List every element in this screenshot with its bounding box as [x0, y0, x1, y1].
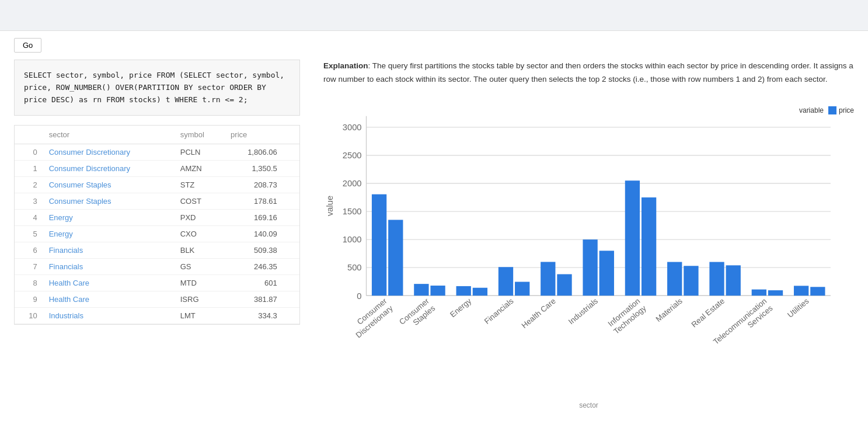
svg-rect-27	[515, 281, 529, 296]
legend-color-swatch	[828, 106, 836, 114]
svg-rect-42	[726, 265, 741, 296]
cell-index: 5	[15, 226, 43, 242]
svg-text:1000: 1000	[343, 235, 362, 244]
table-row: 2 Consumer Staples STZ 208.73	[15, 177, 299, 193]
svg-text:Materials: Materials	[654, 296, 684, 324]
cell-sector: Industrials	[43, 308, 175, 324]
cell-sector: Health Care	[43, 291, 175, 308]
svg-text:Energy: Energy	[448, 296, 473, 319]
cell-index: 2	[15, 177, 43, 193]
table-row: 9 Health Care ISRG 381.87	[15, 291, 299, 308]
svg-rect-29	[541, 262, 555, 296]
cell-sector: Energy	[43, 210, 175, 226]
col-symbol: symbol	[175, 126, 225, 144]
svg-rect-26	[499, 267, 513, 296]
table-row: 8 Health Care MTD 601	[15, 275, 299, 291]
cell-index: 0	[15, 144, 43, 161]
cell-extra	[283, 161, 299, 177]
cell-index: 3	[15, 193, 43, 210]
cell-sector: Energy	[43, 226, 175, 242]
svg-text:1500: 1500	[343, 207, 362, 216]
cell-price: 509.38	[225, 242, 283, 259]
cell-index: 4	[15, 210, 43, 226]
cell-sector: Health Care	[43, 275, 175, 291]
table-row: 7 Financials GS 246.35	[15, 259, 299, 275]
explanation-text: Explanation: The query first partitions …	[323, 60, 854, 86]
svg-text:InformationTechnology: InformationTechnology	[606, 296, 648, 335]
svg-text:3000: 3000	[343, 123, 362, 132]
cell-index: 9	[15, 291, 43, 308]
chart-legend: variable price	[799, 106, 854, 114]
cell-index: 8	[15, 275, 43, 291]
table-row: 0 Consumer Discretionary PCLN 1,806.06	[15, 144, 299, 161]
cell-extra	[283, 226, 299, 242]
svg-rect-24	[473, 288, 487, 296]
table-row: 1 Consumer Discretionary AMZN 1,350.5	[15, 161, 299, 177]
cell-sector: Consumer Staples	[43, 193, 175, 210]
svg-rect-35	[625, 180, 640, 296]
table-row: 10 Industrials LMT 334.3	[15, 308, 299, 324]
svg-rect-30	[557, 274, 571, 296]
cell-extra	[283, 275, 299, 291]
svg-rect-21	[430, 286, 445, 296]
cell-symbol: CXO	[175, 226, 225, 242]
cell-index: 1	[15, 161, 43, 177]
cell-price: 169.16	[225, 210, 283, 226]
query-input[interactable]: get the best 2 stocks in each sector	[14, 11, 854, 20]
sql-text: SELECT sector, symbol, price FROM (SELEC…	[24, 71, 284, 104]
svg-text:ConsumerDiscretionary: ConsumerDiscretionary	[348, 296, 395, 339]
table-row: 4 Energy PXD 169.16	[15, 210, 299, 226]
legend-variable-label: variable	[799, 106, 824, 114]
svg-rect-39	[684, 266, 698, 296]
svg-text:ConsumerStaples: ConsumerStaples	[398, 296, 437, 333]
cell-price: 140.09	[225, 226, 283, 242]
right-panel: Explanation: The query first partitions …	[323, 60, 854, 409]
col-price: price	[225, 126, 283, 144]
svg-rect-20	[414, 284, 428, 296]
svg-rect-38	[667, 262, 682, 296]
svg-text:Financials: Financials	[483, 296, 515, 325]
chart-x-axis-label: sector	[323, 401, 854, 409]
cell-price: 381.87	[225, 291, 283, 308]
legend-price-label: price	[839, 106, 854, 114]
cell-sector: Financials	[43, 259, 175, 275]
cell-price: 334.3	[225, 308, 283, 324]
cell-extra	[283, 177, 299, 193]
results-table-container[interactable]: sector symbol price 0 Consumer Discretio…	[14, 125, 300, 325]
cell-extra	[283, 210, 299, 226]
go-button[interactable]: Go	[14, 38, 41, 53]
cell-extra	[283, 259, 299, 275]
cell-extra	[283, 291, 299, 308]
svg-rect-17	[372, 194, 386, 296]
cell-price: 178.61	[225, 193, 283, 210]
svg-text:Utilities: Utilities	[786, 296, 811, 319]
cell-symbol: ISRG	[175, 291, 225, 308]
cell-price: 246.35	[225, 259, 283, 275]
cell-index: 7	[15, 259, 43, 275]
cell-extra	[283, 193, 299, 210]
cell-symbol: AMZN	[175, 161, 225, 177]
bar-chart: 050010001500200025003000valueConsumerDis…	[323, 100, 854, 397]
svg-text:2500: 2500	[343, 151, 362, 160]
cell-index: 6	[15, 242, 43, 259]
svg-rect-41	[709, 262, 724, 296]
explanation-body: : The query first partitions the stocks …	[323, 61, 853, 84]
table-row: 3 Consumer Staples COST 178.61	[15, 193, 299, 210]
svg-rect-48	[810, 287, 825, 296]
cell-symbol: LMT	[175, 308, 225, 324]
svg-text:value: value	[325, 196, 334, 216]
chart-area: variable price 050010001500200025003000v…	[323, 100, 854, 409]
svg-rect-33	[599, 251, 614, 296]
col-index	[15, 126, 43, 144]
col-extra	[283, 126, 299, 144]
cell-sector: Consumer Staples	[43, 177, 175, 193]
table-row: 5 Energy CXO 140.09	[15, 226, 299, 242]
cell-symbol: STZ	[175, 177, 225, 193]
explanation-label: Explanation	[323, 61, 368, 70]
cell-sector: Consumer Discretionary	[43, 144, 175, 161]
svg-rect-45	[768, 290, 783, 296]
table-row: 6 Financials BLK 509.38	[15, 242, 299, 259]
left-panel: SELECT sector, symbol, price FROM (SELEC…	[14, 60, 300, 409]
svg-rect-18	[388, 220, 403, 296]
cell-extra	[283, 308, 299, 324]
